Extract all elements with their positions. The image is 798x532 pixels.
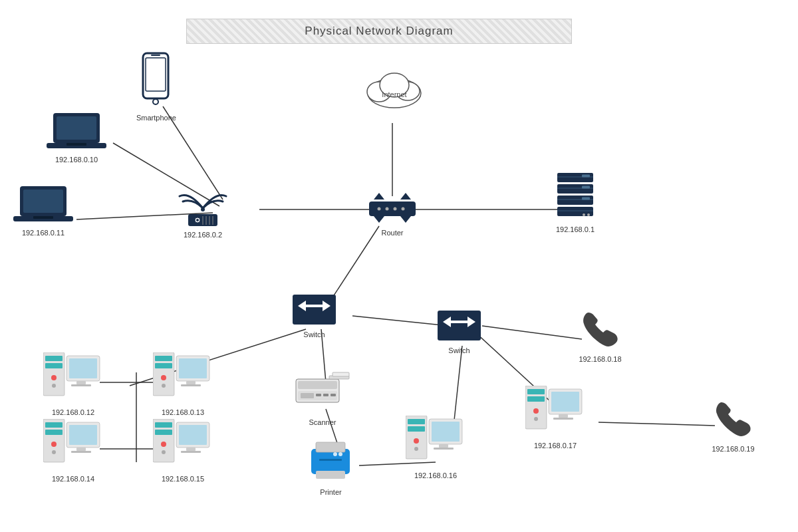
laptop1-icon bbox=[47, 110, 106, 153]
phone19-node: 192.168.0.19 bbox=[712, 399, 755, 453]
svg-rect-76 bbox=[69, 358, 97, 378]
pc16-node: 192.168.0.16 bbox=[406, 416, 466, 479]
svg-point-52 bbox=[587, 213, 590, 216]
pc17-label: 192.168.0.17 bbox=[534, 442, 577, 450]
switch1-node: Switch bbox=[293, 291, 336, 338]
diagram-title: Physical Network Diagram bbox=[305, 25, 453, 38]
svg-point-30 bbox=[386, 207, 389, 211]
svg-point-31 bbox=[394, 207, 397, 211]
smartphone-icon bbox=[138, 51, 174, 111]
phone18-icon bbox=[579, 309, 622, 352]
router-node: Router bbox=[359, 190, 426, 237]
svg-rect-62 bbox=[143, 53, 168, 98]
svg-marker-26 bbox=[374, 216, 384, 223]
scanner-node: Scanner bbox=[293, 369, 352, 426]
svg-rect-138 bbox=[553, 418, 573, 420]
svg-rect-87 bbox=[181, 384, 201, 386]
svg-point-53 bbox=[583, 213, 585, 216]
svg-rect-72 bbox=[45, 363, 63, 368]
svg-point-82 bbox=[161, 375, 166, 380]
pc16-label: 192.168.0.16 bbox=[414, 471, 457, 479]
svg-rect-81 bbox=[155, 363, 172, 368]
svg-point-64 bbox=[153, 99, 158, 104]
svg-rect-127 bbox=[432, 422, 460, 442]
network-diagram: Physical Network Diagram bbox=[0, 0, 798, 532]
svg-point-119 bbox=[338, 452, 342, 456]
switch1-icon bbox=[293, 291, 336, 328]
pc13-label: 192.168.0.13 bbox=[162, 408, 204, 416]
svg-rect-128 bbox=[439, 444, 448, 448]
svg-point-33 bbox=[201, 207, 205, 211]
svg-rect-95 bbox=[76, 448, 86, 451]
pc14-icon bbox=[43, 419, 103, 472]
svg-rect-44 bbox=[557, 184, 593, 194]
svg-rect-80 bbox=[155, 356, 172, 361]
svg-rect-49 bbox=[582, 198, 590, 200]
svg-point-124 bbox=[414, 438, 419, 444]
svg-point-36 bbox=[196, 219, 199, 221]
svg-rect-89 bbox=[45, 422, 63, 428]
svg-rect-99 bbox=[155, 430, 172, 435]
pc17-node: 192.168.0.17 bbox=[525, 386, 585, 450]
wifi-node: 192.168.0.2 bbox=[176, 178, 229, 239]
svg-rect-109 bbox=[332, 372, 349, 376]
pc13-icon bbox=[153, 352, 213, 406]
svg-point-133 bbox=[533, 408, 539, 414]
svg-rect-116 bbox=[316, 442, 345, 452]
svg-rect-114 bbox=[331, 394, 336, 396]
svg-rect-77 bbox=[76, 381, 86, 384]
svg-rect-63 bbox=[146, 58, 166, 91]
svg-rect-118 bbox=[319, 459, 342, 461]
laptop2-label: 192.168.0.11 bbox=[22, 229, 65, 237]
svg-rect-131 bbox=[527, 389, 545, 394]
svg-rect-112 bbox=[316, 394, 321, 396]
svg-rect-98 bbox=[155, 422, 172, 428]
pc12-label: 192.168.0.12 bbox=[52, 408, 94, 416]
pc13-node: 192.168.0.13 bbox=[153, 352, 213, 416]
svg-rect-85 bbox=[179, 358, 207, 378]
router-icon bbox=[359, 190, 426, 226]
internet-icon: Internet bbox=[364, 66, 424, 110]
svg-text:Internet: Internet bbox=[382, 90, 406, 98]
pc15-node: 192.168.0.15 bbox=[153, 419, 213, 483]
pc17-icon bbox=[525, 386, 585, 439]
svg-line-18 bbox=[598, 422, 715, 426]
svg-rect-96 bbox=[71, 451, 91, 453]
internet-node: Internet bbox=[364, 66, 424, 110]
svg-point-101 bbox=[162, 450, 166, 454]
server-label: 192.168.0.1 bbox=[556, 225, 595, 233]
svg-rect-28 bbox=[369, 201, 416, 216]
svg-rect-66 bbox=[293, 295, 336, 325]
svg-rect-115 bbox=[311, 449, 350, 474]
svg-rect-123 bbox=[408, 426, 425, 432]
svg-rect-90 bbox=[45, 430, 63, 435]
switch2-icon bbox=[438, 307, 481, 344]
switch2-node: Switch bbox=[438, 307, 481, 354]
svg-line-17 bbox=[482, 326, 582, 339]
laptop2-node: 192.168.0.11 bbox=[13, 183, 73, 237]
svg-point-29 bbox=[378, 207, 381, 211]
pc14-node: 192.168.0.14 bbox=[43, 419, 103, 483]
svg-rect-47 bbox=[557, 196, 593, 205]
printer-label: Printer bbox=[320, 488, 341, 496]
pc16-icon bbox=[406, 416, 466, 469]
switch2-label: Switch bbox=[448, 346, 469, 354]
pc14-label: 192.168.0.14 bbox=[52, 475, 94, 483]
wifi-label: 192.168.0.2 bbox=[184, 231, 222, 239]
svg-rect-117 bbox=[316, 471, 345, 479]
svg-point-32 bbox=[402, 207, 405, 211]
svg-rect-122 bbox=[408, 419, 425, 424]
laptop2-icon bbox=[13, 183, 73, 226]
svg-rect-103 bbox=[179, 425, 207, 445]
phone18-label: 192.168.0.18 bbox=[579, 355, 621, 363]
svg-line-7 bbox=[352, 316, 449, 326]
svg-point-91 bbox=[51, 442, 57, 447]
svg-rect-61 bbox=[33, 216, 53, 219]
smartphone-node: Smartphone bbox=[136, 51, 176, 122]
pc15-label: 192.168.0.15 bbox=[162, 475, 204, 483]
svg-rect-68 bbox=[438, 311, 481, 340]
svg-rect-105 bbox=[181, 451, 201, 453]
svg-point-125 bbox=[414, 447, 418, 451]
svg-rect-104 bbox=[186, 448, 196, 451]
svg-rect-136 bbox=[551, 392, 579, 412]
